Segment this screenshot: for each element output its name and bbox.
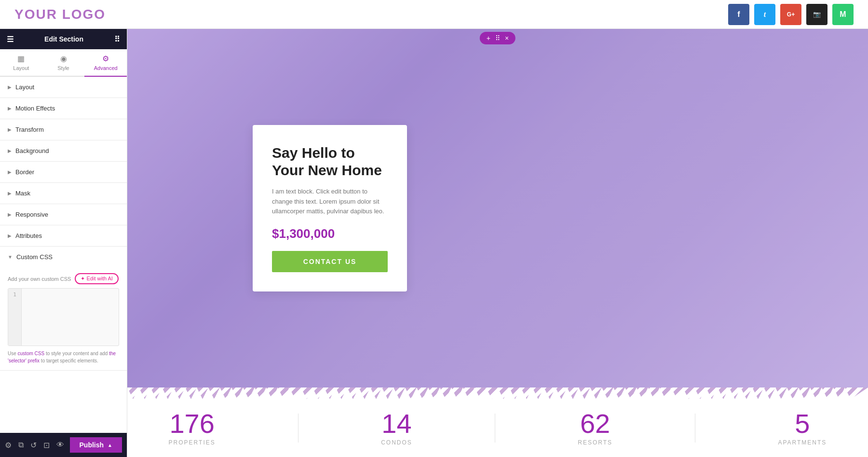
arrow-icon: ▶ [8, 127, 12, 132]
tab-style[interactable]: ◉ Style [42, 49, 85, 76]
publish-label: Publish [80, 441, 104, 449]
settings-tool-button[interactable]: ⚙ [5, 441, 12, 450]
stat-resorts: 62 RESORTS [578, 410, 612, 446]
logo-suffix: LOGO [62, 7, 106, 22]
layers-tool-button[interactable]: ⧉ [18, 441, 24, 450]
hero-card: Say Hello to Your New Home I am text blo… [253, 125, 407, 291]
twitter-button[interactable]: t [754, 4, 775, 25]
custom-css-label-row: Add your own custom CSS ✦ Edit with AI [8, 273, 119, 284]
publish-button[interactable]: Publish ▲ [70, 437, 122, 453]
stat-condos-number: 14 [381, 410, 412, 437]
hero-description: I am text block. Click edit button to ch… [272, 187, 388, 217]
arrow-icon: ▶ [8, 191, 12, 196]
accordion-mask: ▶ Mask [0, 183, 127, 204]
zigzag-border [127, 388, 868, 399]
stat-properties-label: PROPERTIES [169, 439, 216, 446]
accordion-background-header[interactable]: ▶ Background [0, 140, 127, 161]
accordion-responsive: ▶ Responsive [0, 204, 127, 225]
right-content: ‹ + ⠿ × Say Hello to Your New Home I am … [127, 29, 868, 457]
accordion-transform-header[interactable]: ▶ Transform [0, 119, 127, 140]
instagram-button[interactable]: 📷 [806, 4, 827, 25]
stat-apartments: 5 APARTMENTS [778, 410, 827, 446]
hero-price: $1,300,000 [272, 226, 388, 241]
hamburger-icon[interactable]: ☰ [7, 35, 14, 44]
custom-css-section: Add your own custom CSS ✦ Edit with AI 1… [0, 267, 127, 370]
arrow-icon: ▶ [8, 84, 12, 90]
left-panel: ☰ Edit Section ⠿ ▦ Layout ◉ Style ⚙ Adva… [0, 29, 127, 457]
stats-bar: 176 PROPERTIES 14 CONDOS 62 RESORTS 5 AP… [127, 399, 868, 457]
section-control-bar: + ⠿ × [480, 32, 515, 44]
accordion-custom-css-header[interactable]: ▼ Custom CSS [0, 247, 127, 267]
stat-apartments-label: APARTMENTS [778, 439, 827, 446]
tab-advanced[interactable]: ⚙ Advanced [84, 49, 127, 77]
site-logo: YOUR LOGO [14, 7, 106, 22]
add-section-button[interactable]: + [487, 34, 490, 42]
stat-divider-1 [298, 414, 298, 443]
facebook-button[interactable]: f [728, 4, 749, 25]
accordion-motion-effects: ▶ Motion Effects [0, 98, 127, 119]
accordion-border: ▶ Border [0, 162, 127, 183]
hero-bg-overlay [127, 29, 868, 388]
close-section-button[interactable]: × [505, 34, 509, 42]
move-section-button[interactable]: ⠿ [495, 34, 500, 42]
panel-title: Edit Section [44, 35, 83, 43]
accordion-attributes: ▶ Attributes [0, 225, 127, 247]
css-input[interactable] [22, 289, 119, 346]
arrow-icon: ▶ [8, 148, 12, 153]
arrow-icon: ▶ [8, 233, 12, 238]
accordion-mask-header[interactable]: ▶ Mask [0, 183, 127, 204]
stat-properties: 176 PROPERTIES [169, 410, 216, 446]
bottom-toolbar: ⚙ ⧉ ↺ ⊡ 👁 Publish ▲ [0, 433, 127, 457]
tab-advanced-label: Advanced [94, 65, 118, 71]
contact-us-button[interactable]: CONTACT US [272, 251, 388, 272]
panel-tabs: ▦ Layout ◉ Style ⚙ Advanced [0, 49, 127, 77]
logo-prefix: YOUR [14, 7, 62, 22]
help-text-before: Use [8, 351, 18, 356]
hero-title-line1: Say Hello to [272, 145, 355, 161]
accordion-attributes-header[interactable]: ▶ Attributes [0, 225, 127, 246]
stat-divider-3 [695, 414, 695, 443]
panel-header: ☰ Edit Section ⠿ [0, 29, 127, 49]
stat-divider-2 [495, 414, 495, 443]
style-tab-icon: ◉ [60, 54, 67, 63]
layout-tab-icon: ▦ [17, 54, 25, 63]
accordion-layout: ▶ Layout [0, 77, 127, 98]
accordion-transform: ▶ Transform [0, 119, 127, 140]
main-wrapper: ☰ Edit Section ⠿ ▦ Layout ◉ Style ⚙ Adva… [0, 29, 868, 457]
custom-css-link[interactable]: custom CSS [18, 351, 45, 356]
arrow-icon: ▶ [8, 169, 12, 175]
accordion-custom-css: ▼ Custom CSS Add your own custom CSS ✦ E… [0, 247, 127, 371]
arrow-down-icon: ▼ [8, 254, 13, 260]
google-plus-button[interactable]: G+ [780, 4, 801, 25]
history-tool-button[interactable]: ↺ [30, 441, 37, 450]
stat-resorts-label: RESORTS [578, 439, 612, 446]
bottom-tools: ⚙ ⧉ ↺ ⊡ 👁 [5, 441, 64, 450]
stat-condos-label: CONDOS [381, 439, 412, 446]
tab-layout[interactable]: ▦ Layout [0, 49, 42, 76]
line-numbers: 1 [8, 289, 22, 346]
stat-apartments-number: 5 [778, 410, 827, 437]
tab-layout-label: Layout [13, 65, 29, 71]
help-text: Use custom CSS to style your content and… [8, 350, 119, 364]
stat-resorts-number: 62 [578, 410, 612, 437]
email-button[interactable]: M [832, 4, 854, 25]
accordion-layout-header[interactable]: ▶ Layout [0, 77, 127, 97]
top-bar: YOUR LOGO f t G+ 📷 M [0, 0, 868, 29]
social-icons-group: f t G+ 📷 M [728, 4, 854, 25]
eye-tool-button[interactable]: 👁 [56, 441, 64, 450]
custom-css-label-text: Add your own custom CSS [8, 276, 71, 282]
chevron-up-icon: ▲ [108, 443, 112, 448]
arrow-icon: ▶ [8, 106, 12, 111]
tab-style-label: Style [57, 65, 69, 71]
accordion-responsive-header[interactable]: ▶ Responsive [0, 204, 127, 225]
accordion-border-header[interactable]: ▶ Border [0, 162, 127, 182]
arrow-icon: ▶ [8, 212, 12, 217]
accordion-background: ▶ Background [0, 140, 127, 162]
edit-with-ai-button[interactable]: ✦ Edit with AI [75, 273, 118, 284]
css-editor: 1 [8, 288, 119, 346]
panel-scroll: ▶ Layout ▶ Motion Effects ▶ Transform ▶ [0, 77, 127, 433]
help-text-mid: to style your content and add [44, 351, 109, 356]
accordion-motion-header[interactable]: ▶ Motion Effects [0, 98, 127, 119]
grid-icon[interactable]: ⠿ [114, 35, 120, 44]
responsive-tool-button[interactable]: ⊡ [43, 441, 50, 450]
